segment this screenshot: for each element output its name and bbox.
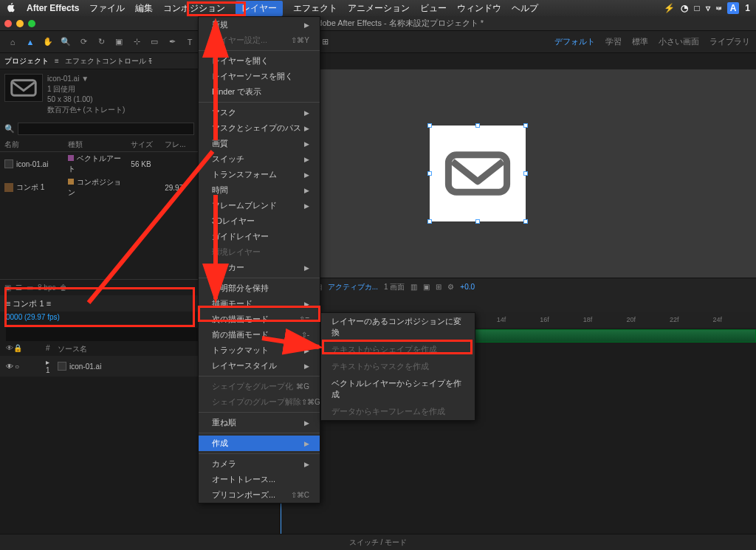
zoom-tool-icon[interactable]: 🔍	[59, 35, 72, 49]
col-framerate[interactable]: フレ...	[165, 140, 194, 150]
menu-edit[interactable]: 編集	[135, 2, 153, 15]
input-source-icon[interactable]: A	[727, 2, 740, 14]
menu-effect[interactable]: エフェクト	[293, 2, 337, 15]
minimize-window-button[interactable]	[16, 20, 24, 27]
exposure-value[interactable]: +0.0	[460, 283, 475, 291]
workspace-default[interactable]: デフォルト	[554, 36, 595, 47]
menu-item[interactable]: 透明部分を保持	[199, 281, 320, 296]
menu-item[interactable]: カメラ▶	[199, 456, 320, 472]
interpret-icon[interactable]: ▣	[4, 283, 11, 292]
workspace-library[interactable]: ライブラリ	[709, 36, 750, 47]
menu-item[interactable]: スイッチ▶	[199, 151, 320, 167]
menu-item[interactable]: 描画モード▶	[199, 296, 320, 312]
menu-item[interactable]: 作成▶	[199, 436, 320, 451]
menu-item[interactable]: 時間▶	[199, 182, 320, 198]
view-icon[interactable]: ▥	[410, 283, 417, 291]
composition-canvas[interactable]	[430, 126, 526, 221]
project-row[interactable]: icon-01.ai ベクトルアート 56 KB	[0, 152, 199, 176]
rotate-tool-icon[interactable]: ↻	[94, 35, 108, 49]
menu-file[interactable]: ファイル	[89, 2, 125, 15]
menu-item[interactable]: マスク▶	[199, 105, 320, 120]
menu-item[interactable]: トランスフォーム▶	[199, 167, 320, 182]
solo-toggle[interactable]: ○	[15, 362, 19, 371]
menu-composition[interactable]: コンポジション	[163, 2, 225, 15]
bpc-label[interactable]: 8 bpc	[38, 283, 55, 292]
menu-item[interactable]: 重ね順▶	[199, 415, 320, 430]
col-size[interactable]: サイズ	[131, 140, 160, 150]
workspace-small[interactable]: 小さい画面	[659, 36, 699, 47]
menu-item[interactable]: 次の描画モード⇧=	[199, 312, 320, 327]
submenu-item[interactable]: ベクトルレイヤーからシェイプを作成	[321, 375, 475, 403]
workspace-standard[interactable]: 標準	[632, 36, 648, 47]
anchor-tool-icon[interactable]: ⊹	[130, 35, 143, 49]
layer-dropdown-menu: 新規▶レイヤー設定...⇧⌘Yレイヤーを開くレイヤーソースを開くFinder で…	[198, 16, 320, 503]
menu-item[interactable]: トラックマット▶	[199, 343, 320, 358]
project-search-input[interactable]	[18, 123, 194, 135]
menu-item[interactable]: オートトレース...	[199, 472, 320, 487]
app-name[interactable]: After Effects	[27, 3, 79, 13]
menu-item[interactable]: マーカー▶	[199, 260, 320, 275]
trash-icon[interactable]: 🗑	[60, 283, 67, 292]
submenu-item[interactable]: レイヤーのあるコンポジションに変換	[321, 313, 475, 341]
toggle-switches-label[interactable]: スイッチ / モード	[349, 537, 407, 548]
project-row[interactable]: コンポ 1 コンポジション 29.97	[0, 176, 199, 199]
selection-handle[interactable]	[475, 219, 480, 224]
selection-handle[interactable]	[523, 219, 528, 224]
pen-tool-icon[interactable]: ✒	[165, 35, 179, 49]
shape-tool-icon[interactable]: ▭	[148, 35, 161, 49]
menu-animation[interactable]: アニメーション	[348, 2, 410, 15]
menu-item[interactable]: 新規▶	[199, 17, 320, 32]
text-tool-icon[interactable]: T	[183, 35, 196, 49]
menu-item[interactable]: フレームブレンド▶	[199, 198, 320, 213]
menu-help[interactable]: ヘルプ	[512, 2, 538, 15]
selection-handle[interactable]	[523, 123, 528, 128]
menu-item[interactable]: 3Dレイヤー	[199, 213, 320, 229]
selection-handle[interactable]	[475, 123, 480, 128]
menu-window[interactable]: ウィンドウ	[457, 2, 501, 15]
view-icon[interactable]: ⚙	[447, 283, 454, 291]
menu-item[interactable]: マスクとシェイプのパス▶	[199, 120, 320, 136]
svg-rect-0	[12, 80, 35, 96]
home-icon[interactable]: ⌂	[6, 35, 19, 49]
selection-handle[interactable]	[427, 219, 432, 224]
hand-tool-icon[interactable]: ✋	[41, 35, 55, 49]
selection-tool-icon[interactable]: ▲	[24, 35, 37, 49]
camera-dropdown[interactable]: アクティブカ...	[328, 282, 378, 292]
layer-number: 1	[46, 366, 50, 374]
apple-logo-icon[interactable]	[6, 2, 16, 15]
interpret-icon[interactable]: ☰	[16, 283, 22, 292]
current-timecode[interactable]: 0000 (29.97 fps)	[6, 313, 60, 321]
menu-item[interactable]: プリコンポーズ...⇧⌘C	[199, 487, 320, 503]
tab-effect-controls[interactable]: エフェクトコントロール ﾓ	[65, 56, 152, 66]
view-icon[interactable]: ⊞	[436, 283, 441, 291]
menu-item[interactable]: 前の描画モード⇧-	[199, 327, 320, 343]
tab-project[interactable]: プロジェクト	[4, 56, 49, 66]
asset-name: icon-01.ai ▼	[47, 74, 125, 84]
col-name[interactable]: 名前	[4, 140, 63, 150]
menu-item[interactable]: レイヤーを開く	[199, 53, 320, 69]
selection-handle[interactable]	[523, 171, 528, 176]
tl-menu-icon[interactable]: ≡	[6, 299, 10, 308]
menu-layer[interactable]: レイヤー	[236, 1, 283, 16]
menu-item[interactable]: ガイドレイヤー	[199, 229, 320, 244]
menu-item[interactable]: レイヤーソースを開く	[199, 69, 320, 84]
status-icon: ⚡	[664, 3, 675, 13]
views-dropdown[interactable]: 1 画面	[384, 282, 405, 292]
visibility-toggle[interactable]: 👁	[6, 362, 13, 371]
menu-item[interactable]: Finder で表示	[199, 84, 320, 100]
camera-tool-icon[interactable]: ▣	[112, 35, 126, 49]
col-source[interactable]: ソース名	[58, 344, 197, 354]
menu-item[interactable]: 画質▶	[199, 136, 320, 151]
workspace-learn[interactable]: 学習	[605, 36, 622, 47]
selection-handle[interactable]	[427, 171, 432, 176]
view-icon[interactable]: ▣	[423, 283, 430, 291]
zoom-window-button[interactable]	[28, 20, 35, 27]
selection-handle[interactable]	[427, 123, 432, 128]
col-type[interactable]: 種類	[68, 140, 127, 150]
orbit-tool-icon[interactable]: ⟳	[77, 35, 90, 49]
menu-item[interactable]: レイヤースタイル▶	[199, 358, 320, 374]
timeline-tab[interactable]: コンポ 1	[13, 298, 44, 309]
close-window-button[interactable]	[4, 20, 12, 27]
folder-icon[interactable]: ▭	[27, 283, 33, 292]
menu-view[interactable]: ビュー	[420, 2, 447, 15]
